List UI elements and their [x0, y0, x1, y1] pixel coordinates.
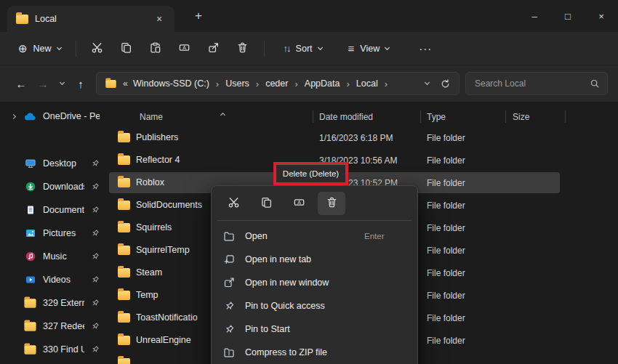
sidebar-item-desktop[interactable]: Desktop — [0, 152, 107, 175]
sidebar-item-329-external[interactable]: 329 External Har — [0, 291, 107, 315]
column-header-size[interactable]: Size — [513, 112, 529, 122]
column-divider[interactable] — [313, 110, 313, 123]
context-menu-divider — [217, 220, 412, 221]
menu-item-label: Open in new tab — [245, 254, 311, 264]
search-input[interactable] — [473, 78, 590, 89]
breadcrumb-separator-icon: › — [289, 78, 303, 89]
sort-arrows-icon: ↑↓ — [284, 44, 290, 53]
menu-item-open-new-tab[interactable]: Open in new tab — [215, 248, 414, 271]
breadcrumb-item-users[interactable]: Users — [225, 77, 250, 90]
forward-button[interactable]: → — [32, 73, 54, 94]
window-controls: – □ × — [518, 0, 618, 32]
folder-icon — [118, 178, 130, 187]
trash-icon — [326, 196, 338, 211]
navigation-pane: OneDrive - Pers Desktop Downloads Docume… — [0, 102, 107, 364]
file-type: File folder — [427, 336, 465, 346]
address-bar[interactable]: « Windows-SSD (C:) › Users › ceder › App… — [96, 72, 460, 95]
sidebar-item-label: 327 Redeem Xb — [43, 321, 84, 331]
delete-action-button[interactable] — [318, 192, 345, 215]
menu-item-shortcut: Enter — [364, 232, 385, 240]
copy-action-button[interactable] — [252, 192, 280, 215]
menu-item-compress-zip[interactable]: Compress to ZIP file — [215, 341, 414, 364]
chevron-right-icon[interactable] — [10, 113, 15, 118]
pin-icon — [91, 182, 100, 191]
documents-icon — [24, 204, 36, 217]
sort-button[interactable]: ↑↓ Sort — [276, 39, 330, 59]
file-type: File folder — [427, 201, 465, 211]
rename-button[interactable]: A — [170, 37, 199, 60]
minimize-button[interactable]: – — [518, 0, 551, 32]
chevron-down-icon — [59, 80, 64, 85]
breadcrumb-item-ceder[interactable]: ceder — [265, 77, 289, 90]
close-button[interactable]: × — [585, 0, 618, 32]
breadcrumb-item-appdata[interactable]: AppData — [304, 77, 341, 90]
pin-icon — [222, 324, 236, 335]
copy-button[interactable] — [112, 37, 141, 60]
file-type: File folder — [427, 155, 465, 166]
address-dropdown-icon[interactable] — [425, 80, 430, 85]
file-name: SquirrelTemp — [136, 245, 190, 255]
folder-icon — [118, 133, 130, 142]
toolbar-separator — [264, 41, 265, 57]
pin-icon — [91, 322, 100, 331]
delete-button[interactable] — [228, 37, 257, 60]
sidebar-item-label: Downloads — [43, 182, 84, 192]
up-button[interactable]: ↑ — [70, 73, 92, 94]
file-row[interactable]: Publishers 1/16/2023 6:18 PM File folder — [107, 126, 618, 149]
menu-item-open[interactable]: Open Enter — [215, 225, 414, 248]
sidebar-item-onedrive[interactable]: OneDrive - Pers — [0, 105, 107, 128]
cut-button[interactable] — [83, 37, 112, 60]
new-tab-button[interactable]: + — [189, 7, 208, 25]
view-button[interactable]: ≡ View — [340, 38, 398, 59]
refresh-icon[interactable] — [440, 78, 451, 89]
back-button[interactable]: ← — [10, 73, 32, 94]
sidebar-item-327-redeem[interactable]: 327 Redeem Xb — [0, 315, 107, 338]
sidebar-item-label: 330 Find Use Ca — [43, 344, 84, 355]
folder-icon — [118, 358, 130, 364]
sidebar-item-videos[interactable]: Videos — [0, 268, 107, 291]
column-divider[interactable] — [505, 110, 506, 123]
new-tab-icon — [222, 254, 236, 265]
new-button-label: New — [33, 44, 52, 54]
column-header-name[interactable]: Name — [140, 112, 163, 122]
maximize-button[interactable]: □ — [551, 0, 585, 32]
see-more-button[interactable]: ··· — [412, 38, 439, 59]
search-box[interactable] — [465, 72, 608, 95]
tab-title: Local — [35, 14, 150, 24]
file-name: Temp — [136, 290, 158, 300]
sidebar-item-pictures[interactable]: Pictures — [0, 222, 107, 245]
title-bar: Local × + – □ × — [0, 0, 618, 32]
sidebar-item-label: 329 External Har — [43, 298, 84, 308]
file-row[interactable]: Reflector 4 3/18/2023 10:56 AM File fold… — [107, 149, 618, 171]
annotation-red-box: Delete (Delete) — [273, 162, 348, 185]
column-divider[interactable] — [420, 110, 421, 123]
column-divider[interactable] — [565, 110, 566, 123]
sidebar-item-330-find[interactable]: 330 Find Use Ca — [0, 338, 107, 361]
sidebar-item-documents[interactable]: Documents — [0, 198, 107, 222]
share-button[interactable] — [199, 37, 228, 60]
sidebar-item-music[interactable]: Music — [0, 245, 107, 268]
cut-icon — [91, 41, 103, 56]
paste-button[interactable] — [141, 37, 170, 60]
explorer-tab-local[interactable]: Local × — [7, 6, 174, 32]
sidebar-item-downloads[interactable]: Downloads — [0, 175, 107, 198]
folder-icon — [118, 268, 130, 278]
tab-close-icon[interactable]: × — [150, 11, 169, 27]
breadcrumb-separator-icon: › — [210, 78, 225, 89]
breadcrumb-overflow-icon[interactable]: « — [117, 78, 132, 89]
column-header-type[interactable]: Type — [427, 112, 446, 122]
menu-item-pin-quick-access[interactable]: Pin to Quick access — [215, 294, 414, 318]
breadcrumb-item-drive[interactable]: Windows-SSD (C:) — [132, 77, 210, 90]
pin-icon — [91, 275, 100, 284]
sidebar-item-label: Desktop — [43, 158, 84, 169]
breadcrumb-item-local[interactable]: Local — [356, 77, 379, 90]
recent-locations-button[interactable] — [54, 73, 70, 94]
column-header-date-modified[interactable]: Date modified — [319, 112, 373, 122]
pin-icon — [91, 252, 100, 261]
rename-action-button[interactable]: A — [285, 192, 313, 215]
menu-item-open-new-window[interactable]: Open in new window — [215, 271, 414, 294]
new-window-icon — [222, 277, 236, 288]
cut-action-button[interactable] — [220, 192, 247, 215]
new-button[interactable]: ⊕ New — [10, 38, 69, 59]
menu-item-pin-to-start[interactable]: Pin to Start — [215, 318, 414, 341]
